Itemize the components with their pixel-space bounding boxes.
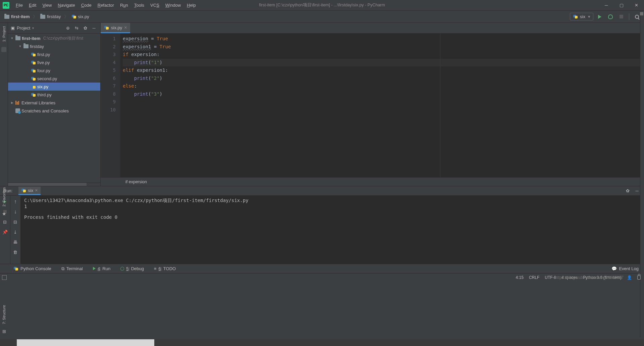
maximize-button[interactable]: ▢ (614, 0, 629, 11)
breadcrumb-folder[interactable]: firstday (39, 13, 63, 20)
collapse-button[interactable]: ⇆ (73, 24, 80, 32)
hide-button[interactable]: ─ (90, 24, 98, 32)
close-tab-button[interactable]: × (35, 188, 38, 193)
tab-run[interactable]: 4: Run (91, 265, 112, 272)
line-number: 9 (102, 98, 116, 106)
editor-marker[interactable] (640, 12, 643, 15)
library-icon (15, 101, 20, 105)
tree-scratches-label: Scratches and Consoles (21, 108, 69, 113)
tool-stripe-icon[interactable] (1, 47, 6, 52)
editor-scrollbar[interactable] (640, 11, 644, 337)
menu-refactor[interactable]: Refactor (95, 1, 117, 10)
code-line[interactable]: print("2") (123, 75, 642, 83)
run-config-selector[interactable]: six ▾ (570, 13, 593, 20)
run-tab[interactable]: six × (18, 187, 40, 195)
code-line[interactable]: expersion = True (123, 35, 642, 43)
scroll-end-button[interactable]: ⤓ (11, 228, 19, 236)
python-file-icon (31, 52, 36, 57)
tree-root[interactable]: ▼ first-item C:\czx\python项目\first (8, 34, 100, 42)
gear-icon: ✿ (84, 26, 87, 31)
tool-structure[interactable]: 7: Structure (1, 304, 7, 326)
code-area[interactable]: expersion = True expersion1 = True if ex… (121, 34, 644, 177)
settings-button[interactable]: ✿ (624, 187, 631, 195)
lock-icon[interactable] (637, 276, 641, 280)
status-line-sep[interactable]: CRLF (529, 275, 539, 280)
tree-ext-libs[interactable]: ▶ External Libraries (8, 99, 100, 107)
tree-scratches[interactable]: Scratches and Consoles (8, 107, 100, 115)
project-tree[interactable]: ▼ first-item C:\czx\python项目\first ▼ fir… (8, 34, 100, 183)
menu-help[interactable]: Help (184, 1, 199, 10)
menu-view[interactable]: View (39, 1, 55, 10)
down-button[interactable]: ↓ (11, 208, 19, 216)
editor-context: if expersion (101, 177, 644, 186)
menu-window[interactable]: Window (162, 1, 184, 10)
menu-run[interactable]: Run (117, 1, 131, 10)
tree-scrollbar[interactable] (8, 183, 100, 186)
scratch-icon (15, 108, 20, 113)
console-output[interactable]: C:\Users\13427\Anaconda3\python.exe C:/c… (21, 196, 644, 264)
layout-button[interactable]: ⊟ (1, 218, 9, 226)
folder-icon (23, 44, 29, 48)
breadcrumb-root-label: first-item (11, 14, 30, 19)
breadcrumb-root[interactable]: first-item (3, 13, 32, 20)
navigation-bar: first-item 〉 firstday 〉 six.py six ▾ (0, 11, 644, 23)
menu-tools[interactable]: Tools (131, 1, 147, 10)
up-button[interactable]: ↑ (11, 198, 19, 206)
code-line[interactable]: else: (123, 82, 642, 90)
run-button[interactable] (595, 12, 604, 21)
project-title[interactable]: Project (17, 26, 30, 31)
code-line[interactable]: elif expersion1: (123, 66, 642, 75)
tool-project[interactable]: 1: Project (1, 25, 7, 43)
clear-button[interactable]: 🗑 (11, 248, 19, 256)
minimize-button[interactable]: ─ (599, 0, 614, 11)
status-encoding[interactable]: UTF-8 (545, 275, 556, 280)
run-header-tools: ✿ ─ (624, 187, 641, 195)
tree-file[interactable]: second.py (8, 75, 100, 83)
tool-window-quick-access[interactable] (2, 275, 7, 280)
menu-vcs[interactable]: VCS (147, 1, 162, 10)
breadcrumb-file[interactable]: six.py (70, 13, 91, 20)
chevron-right-icon[interactable]: ▶ (10, 101, 14, 104)
menu-file[interactable]: File (13, 1, 26, 10)
chevron-down-icon[interactable]: ▼ (10, 37, 14, 40)
code-line[interactable]: if expersion: (123, 51, 642, 59)
tab-python-console[interactable]: Python Console (11, 265, 53, 272)
line-number: 7 (102, 82, 116, 90)
chevron-down-icon[interactable]: ▼ (18, 45, 22, 48)
chevron-down-icon[interactable]: ▾ (32, 26, 34, 30)
scrollbar-thumb[interactable] (8, 183, 87, 186)
soft-wrap-button[interactable]: ⊟ (11, 218, 19, 226)
tab-label: Terminal (66, 266, 83, 271)
status-position[interactable]: 4:15 (516, 275, 524, 280)
menu-navigate[interactable]: Navigate (55, 1, 78, 10)
close-button[interactable]: ✕ (629, 0, 644, 11)
stop-button[interactable] (617, 12, 626, 21)
tab-todo[interactable]: ≡ 6: TODO (152, 265, 178, 272)
code-line[interactable]: expersion1 = True (123, 43, 642, 51)
tree-file[interactable]: five.py (8, 58, 100, 66)
menu-code[interactable]: Code (78, 1, 95, 10)
tab-debug[interactable]: 5: Debug (118, 265, 146, 272)
code-line-current[interactable]: print("1") (123, 59, 642, 67)
tree-file[interactable]: first.py (8, 50, 100, 58)
tab-event-log[interactable]: 💬 Event Log (609, 265, 641, 272)
hide-button[interactable]: ─ (633, 187, 641, 195)
breadcrumb-separator: 〉 (33, 14, 37, 20)
debug-button[interactable] (606, 12, 615, 21)
editor-tab[interactable]: six.py × (101, 23, 130, 33)
print-button[interactable]: 🖶 (11, 238, 19, 246)
menu-edit[interactable]: Edit (26, 1, 39, 10)
tool-favorites[interactable]: 2: Favorites (1, 186, 7, 208)
tree-folder[interactable]: ▼ firstday (8, 42, 100, 50)
code-line[interactable]: print("3") (123, 90, 642, 98)
editor-body[interactable]: 1 2 3 4 5 6 7 8 9 10 expersion = True ex… (101, 34, 644, 177)
locate-button[interactable]: ⊕ (64, 24, 71, 32)
tab-terminal[interactable]: ⧉ Terminal (59, 265, 85, 273)
tree-file[interactable]: four.py (8, 66, 100, 75)
close-tab-button[interactable]: × (124, 25, 127, 30)
status-inspection[interactable]: 👤 (627, 275, 632, 280)
tree-file[interactable]: third.py (8, 91, 100, 99)
settings-button[interactable]: ✿ (82, 24, 89, 32)
tree-file-selected[interactable]: six.py (8, 83, 100, 91)
pin-button[interactable]: 📌 (1, 228, 9, 236)
